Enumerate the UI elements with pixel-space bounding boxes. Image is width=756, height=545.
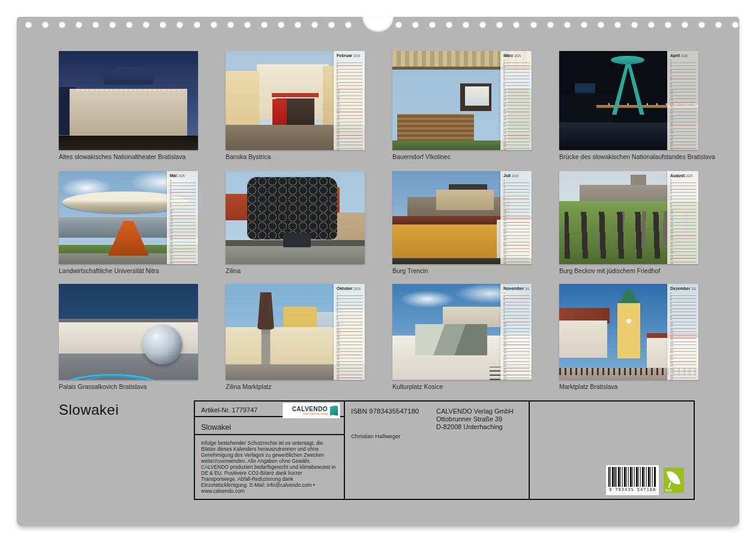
binding-hole [631, 21, 638, 28]
date-strip-month: Juli 2025 [503, 173, 529, 178]
thumbnail-caption: Banska Bystrica [226, 153, 365, 160]
binding-hole [530, 21, 537, 28]
publisher-city: D-82008 Unterhaching [436, 423, 514, 431]
calendar-month-tile: Dezember 20251.2.3.4.5.6.7.8.9.10.11.12.… [559, 284, 698, 390]
binding-hole [463, 21, 469, 28]
binding-hole [547, 21, 554, 28]
article-number: Artikel-Nr. 1779747 [201, 406, 257, 414]
kosice-kulturpark-photo: November 20251.2.3.4.5.6.7.8.9.10.11.12.… [392, 284, 532, 380]
date-strip-month: Mai 2025 [170, 173, 196, 178]
day-line: 26. [670, 262, 696, 265]
date-strip-year: 2025 [686, 174, 692, 178]
calendar-month-tile: November 20251.2.3.4.5.6.7.8.9.10.11.12.… [392, 284, 532, 390]
date-strip-year: 2025 [178, 174, 185, 178]
day-line: 26. [170, 262, 196, 265]
calendar-page: Altes slowakisches Nationaltheater Brati… [17, 17, 739, 525]
thumbnail-caption: Marktplatz Bratislava [559, 383, 698, 390]
binding-hole [581, 21, 587, 28]
calvendo-brand-text: CALVENDO [292, 406, 328, 412]
date-strip-month: August 2025 [670, 173, 696, 178]
binding-hole [92, 21, 99, 28]
calendar-month-tile: Zilina [226, 171, 365, 274]
info-column-right: 9 783435 547180 eco [530, 402, 694, 499]
binding-hole [261, 21, 268, 28]
binding-hole [564, 21, 571, 28]
day-line: 26. [503, 262, 529, 265]
date-strip: April 20251.2.3.4.5.6.7.8.9.10.11.12.13.… [667, 51, 698, 150]
date-strip-month: Dezember 2025 [670, 286, 696, 291]
binding-hole [143, 21, 149, 28]
date-strip-month: Februar 2025 [337, 53, 362, 58]
date-strip-year: 2025 [681, 54, 688, 58]
date-strip-month: November 2025 [503, 286, 529, 291]
date-strip-year: 2025 [525, 287, 529, 291]
date-strip-month: April 2025 [670, 53, 696, 58]
calendar-month-tile: Juli 20251.2.3.4.5.6.7.8.9.10.11.12.13.1… [392, 171, 532, 274]
article-number-row: Artikel-Nr. 1779747 CALVENDO Dein Kalend… [195, 402, 344, 417]
date-strip-month: März 2025 [503, 53, 529, 58]
calendar-month-tile: Oktober 20251.2.3.4.5.6.7.8.9.10.11.12.1… [226, 284, 365, 390]
date-strip: Mai 20251.2.3.4.5.6.7.8.9.10.11.12.13.14… [167, 171, 198, 264]
thumbnail-caption: Palais Grassalkovich Bratislava [59, 383, 198, 390]
date-strip-year: 2025 [512, 174, 518, 178]
calvendo-calendar-icon [330, 406, 338, 416]
beckov-cemetery-photo: August 20251.2.3.4.5.6.7.8.9.10.11.12.13… [559, 171, 698, 264]
calendar-month-tile: Februar 20251.2.3.4.5.6.7.8.9.10.11.12.1… [226, 51, 365, 160]
thumbnail-caption: Burg Beckov mit jüdischem Friedhof [559, 267, 698, 274]
day-line: 27. [503, 378, 529, 380]
date-strip: Oktober 20251.2.3.4.5.6.7.8.9.10.11.12.1… [334, 284, 365, 380]
binding-hole [109, 21, 116, 28]
eco-logo: eco [664, 468, 684, 493]
day-line: 28. [670, 149, 696, 151]
binding-hole [176, 21, 183, 28]
binding-hole [160, 21, 166, 28]
hanger-notch [362, 17, 394, 32]
eco-label: eco [665, 488, 671, 492]
page-title: Slowakei [59, 402, 119, 418]
binding-hole [513, 21, 520, 28]
binding-hole [395, 21, 402, 28]
binding-hole [76, 21, 82, 28]
bratislava-old-town-hall-photo: Dezember 20251.2.3.4.5.6.7.8.9.10.11.12.… [559, 284, 698, 380]
publisher-street: Ottobrunner Straße 39 [436, 415, 514, 423]
ean-barcode: 9 783435 547180 [606, 465, 659, 495]
binding-hole [59, 21, 65, 28]
binding-hole [648, 21, 655, 28]
date-strip: Februar 20251.2.3.4.5.6.7.8.9.10.11.12.1… [334, 51, 365, 150]
day-line: 28. [337, 149, 362, 151]
calendar-month-tile: Palais Grassalkovich Bratislava [59, 284, 198, 390]
thumbnail-caption: Burg Trencin [392, 267, 532, 274]
thumbnail-caption: Zilina Marktplatz [226, 383, 365, 390]
binding-hole [194, 21, 200, 28]
thumbnail-caption: Altes slowakisches Nationaltheater Brati… [59, 153, 198, 160]
barcode-bars [608, 467, 656, 487]
calendar-month-tile: April 20251.2.3.4.5.6.7.8.9.10.11.12.13.… [559, 51, 698, 160]
binding-hole [42, 21, 49, 28]
thumbnail-caption: Kulturplatz Kosice [392, 383, 532, 390]
author-name: Christian Hallweger [351, 433, 400, 439]
thumbnail-caption: Zilina [226, 267, 365, 274]
thumbnail-caption: Landwirtschaftliche Universität Nitra [59, 267, 198, 274]
day-line: 27. [337, 378, 362, 380]
binding-hole [328, 21, 335, 28]
date-strip: Dezember 20251.2.3.4.5.6.7.8.9.10.11.12.… [667, 284, 698, 380]
binding-hole [715, 21, 722, 28]
date-strip: November 20251.2.3.4.5.6.7.8.9.10.11.12.… [500, 284, 532, 380]
date-strip-month: Oktober 2025 [337, 286, 362, 291]
thumbnail-caption: Bauerndorf Vlkolinec [392, 153, 532, 160]
calendar-month-tile: Mai 20251.2.3.4.5.6.7.8.9.10.11.12.13.14… [59, 171, 198, 274]
binding-hole [614, 21, 621, 28]
legal-text: Infolge bestehender Schutzrechte ist es … [195, 435, 344, 499]
barcode-digits: 9 783435 547180 [608, 487, 656, 492]
calvendo-tagline: Dein Kalenderverlag [292, 412, 328, 415]
binding-hole [227, 21, 234, 28]
binding-hole [665, 21, 671, 28]
binding-hole [345, 21, 352, 28]
calendar-back-cover: Altes slowakisches Nationaltheater Brati… [0, 0, 756, 545]
publisher-info-box: Artikel-Nr. 1779747 CALVENDO Dein Kalend… [194, 400, 695, 500]
publisher-name: CALVENDO Verlag GmbH [436, 408, 514, 415]
zilina-market-square-photo: Oktober 20251.2.3.4.5.6.7.8.9.10.11.12.1… [226, 284, 365, 380]
date-strip-year: 2025 [353, 54, 360, 58]
nitra-university-photo: Mai 20251.2.3.4.5.6.7.8.9.10.11.12.13.14… [59, 171, 198, 264]
binding-hole [25, 21, 32, 28]
